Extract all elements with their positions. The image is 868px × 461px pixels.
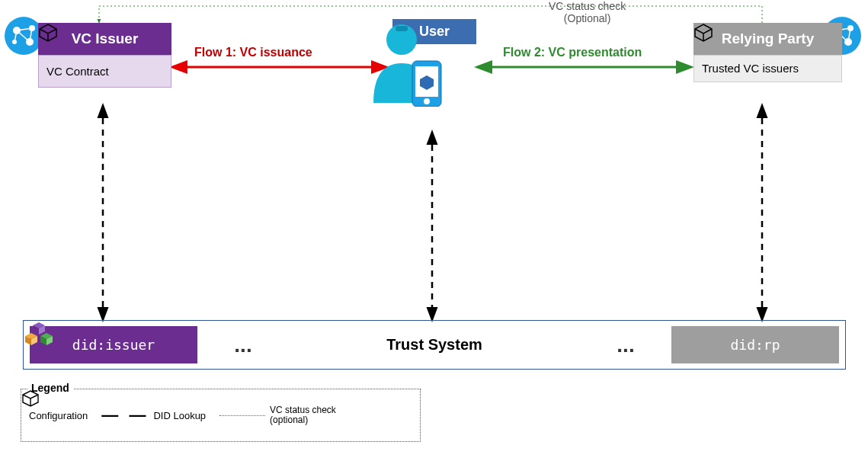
trust-system-title: Trust System xyxy=(289,336,580,354)
legend-box: Legend Configuration — — DID Lookup VC s… xyxy=(21,389,421,442)
legend-config-label: Configuration xyxy=(29,410,88,421)
cubes-icon xyxy=(24,321,54,351)
cube-icon xyxy=(38,23,58,43)
status-check-line1: VC status check xyxy=(549,0,626,12)
legend-status-label: VC status check (optional) xyxy=(270,405,336,425)
did-issuer: did:issuer xyxy=(30,326,197,363)
legend-config: Configuration xyxy=(29,410,88,421)
legend-did-lookup: — — DID Lookup xyxy=(101,405,206,425)
dash-icon: — — xyxy=(101,405,149,425)
status-check-label: VC status check (Optional) xyxy=(549,0,626,24)
dots: ... xyxy=(197,333,289,357)
legend-did-label: DID Lookup xyxy=(153,410,206,421)
relying-party-config: Trusted VC issuers xyxy=(702,62,799,75)
flow-2-label: Flow 2: VC presentation xyxy=(503,46,642,59)
legend-status: VC status check (optional) xyxy=(219,405,336,425)
svg-point-19 xyxy=(424,98,430,104)
did-rp: did:rp xyxy=(671,326,839,363)
relying-party-title: Relying Party xyxy=(693,23,842,55)
dots: ... xyxy=(580,333,671,357)
relying-party-box: Relying Party Trusted VC issuers xyxy=(693,23,842,82)
vc-issuer-title: VC Issuer xyxy=(38,23,171,55)
user-box: User xyxy=(362,19,507,44)
user-icon xyxy=(362,19,453,107)
cube-icon xyxy=(693,23,713,43)
status-check-line2: (Optional) xyxy=(549,12,626,24)
flow-1-label: Flow 1: VC issuance xyxy=(194,46,312,59)
vc-issuer-config: VC Contract xyxy=(46,65,109,78)
svg-rect-16 xyxy=(396,26,408,31)
trust-system-box: did:issuer ... Trust System ... did:rp xyxy=(23,320,846,370)
vc-issuer-box: VC Issuer VC Contract xyxy=(38,23,171,88)
dotted-line-icon xyxy=(219,415,265,416)
trust-title-text: Trust System xyxy=(386,336,482,354)
cube-icon xyxy=(21,389,40,408)
